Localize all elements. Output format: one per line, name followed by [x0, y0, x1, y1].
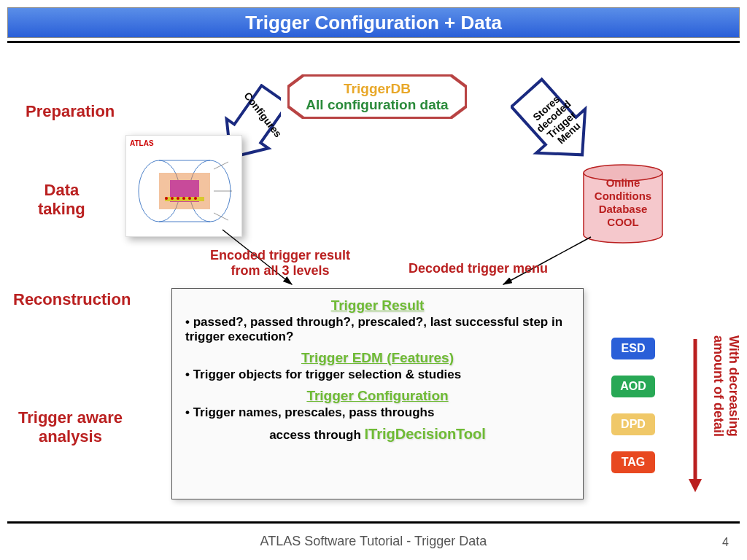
section-b1: • passed?, passed through?, prescaled?, … — [185, 315, 570, 344]
atlas-detector-image: ATLAS — [125, 135, 242, 237]
cool-database-cylinder: Online Conditions Database COOL — [582, 164, 664, 244]
slide-title: Trigger Configuration + Data — [245, 12, 502, 34]
cool-l3: Database — [582, 203, 664, 216]
side-label: With decreasing amount of detail — [711, 335, 741, 437]
decoded-label: Decoded trigger menu — [409, 261, 548, 276]
down-arrow-icon — [689, 339, 702, 492]
stage-datataking: Data taking — [38, 181, 85, 219]
octagon-line1: TriggerDB — [344, 81, 411, 97]
svg-line-15 — [214, 213, 228, 220]
tool-name: ITrigDecisionTool — [365, 426, 486, 442]
atlas-label: ATLAS — [130, 139, 238, 147]
octagon-line2: All configuration data — [306, 97, 448, 113]
stage-triggeraware: Trigger aware analysis — [18, 408, 123, 446]
stage-preparation: Preparation — [26, 102, 115, 121]
atlas-detector-icon — [130, 147, 239, 231]
svg-point-9 — [177, 197, 179, 200]
section-b2: • Trigger objects for trigger selection … — [185, 368, 570, 382]
section-b3: • Trigger names, prescales, pass through… — [185, 405, 570, 420]
format-dpd: DPD — [611, 413, 655, 435]
section-h1: Trigger Result — [185, 298, 570, 314]
svg-point-12 — [194, 197, 197, 200]
footer-line — [7, 521, 740, 524]
format-aod: AOD — [611, 376, 655, 397]
svg-line-13 — [214, 162, 228, 169]
page-number: 4 — [722, 536, 729, 549]
result-box: Trigger Result • passed?, passed through… — [171, 288, 584, 499]
svg-point-8 — [171, 197, 174, 200]
section-h3: Trigger Configuration — [185, 388, 570, 404]
cool-text: Online Conditions Database COOL — [582, 176, 664, 229]
footer-text: ATLAS Software Tutorial - Trigger Data — [0, 534, 747, 549]
svg-point-10 — [182, 197, 185, 200]
svg-point-11 — [188, 197, 191, 200]
cool-l2: Conditions — [582, 190, 664, 203]
title-underline — [7, 41, 740, 43]
encoded-label: Encoded trigger result from all 3 levels — [210, 248, 350, 279]
svg-point-7 — [165, 197, 168, 200]
cool-l1: Online — [582, 176, 664, 190]
cool-l4: COOL — [582, 216, 664, 229]
section-h2: Trigger EDM (Features) — [185, 350, 570, 366]
format-esd: ESD — [611, 338, 655, 359]
stage-reconstruction: Reconstruction — [13, 290, 131, 309]
access-text: access through — [269, 428, 364, 442]
title-bar: Trigger Configuration + Data — [7, 7, 740, 38]
format-tag: TAG — [611, 451, 655, 473]
triggerdb-octagon: TriggerDB All configuration data — [290, 77, 465, 117]
stores-arrow: Stores decoded Trigger Menu — [511, 77, 598, 171]
access-line: access through ITrigDecisionTool — [185, 426, 570, 443]
